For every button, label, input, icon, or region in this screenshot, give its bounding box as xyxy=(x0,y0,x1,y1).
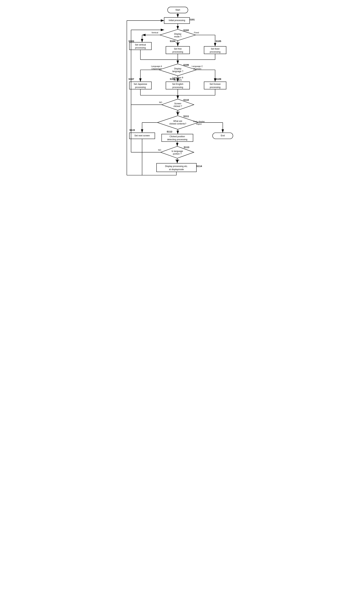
s111-step-label: S111 xyxy=(183,115,189,118)
s107-step-label: S107 xyxy=(129,78,134,80)
s106-text2: language ? xyxy=(172,70,183,73)
s102-text1: Display xyxy=(174,33,182,35)
s109-step-label: S109 xyxy=(216,78,221,80)
s103-text2: processing xyxy=(135,47,146,49)
s108-step-label: S108 xyxy=(170,78,176,80)
s113-no-label: NO xyxy=(158,149,161,151)
s101-text: Initial processing xyxy=(169,19,185,22)
s111-text2: clicked contents? xyxy=(169,123,186,125)
s105-text1: Set fixed xyxy=(211,48,220,50)
s108-text2: processing xyxy=(172,86,183,88)
s106-kr-label1: Language C xyxy=(192,65,203,67)
s106-text1: Display xyxy=(174,68,182,70)
s108-text1: Set English xyxy=(172,83,183,85)
s102-fixed-label: Fixed xyxy=(194,32,199,34)
s103-step-label: S103 xyxy=(129,40,134,43)
s110-step-label: S110 xyxy=(183,99,189,101)
s109-text1: Set Korean xyxy=(210,83,220,85)
s110-text1: Screen xyxy=(174,102,181,105)
s104-text2: processing xyxy=(172,51,183,53)
s115-step-label: S115 xyxy=(129,129,135,131)
s111-text1: What are xyxy=(173,120,182,122)
start-label: Start xyxy=(176,9,180,11)
s106-kr-label2: (Korean) xyxy=(193,68,201,70)
s104-step-label: S104 xyxy=(170,40,176,43)
s109-text2: processing xyxy=(210,86,220,88)
s105-step-label: S105 xyxy=(216,40,221,43)
s110-text2: clicked ? xyxy=(174,105,182,107)
s102-text2: mode ? xyxy=(174,35,181,38)
s106-ja-label2: (Japanese) xyxy=(151,68,162,70)
flowchart-container: Start S101 Initial processing S102 Displ… xyxy=(120,4,244,216)
s112-step-label: S112 xyxy=(167,130,172,133)
s114-text1: Display processing etc. xyxy=(165,165,188,167)
s101-step-label: S101 xyxy=(189,18,195,21)
s102-step-label: S102 xyxy=(183,29,189,32)
s113-text2: portion ? xyxy=(173,153,182,155)
s102-vertical-label: Vertical xyxy=(152,32,158,34)
s112-text2: detecting processing xyxy=(167,138,187,141)
end-label: End xyxy=(221,134,225,137)
s103-text1: Set vertical xyxy=(135,44,146,46)
s107-text1: Set Japanese xyxy=(134,83,147,85)
s110-no-label: NO xyxy=(159,101,162,103)
s114-text2: at displaymode xyxy=(169,168,184,171)
s104-text1: Set free xyxy=(174,48,182,50)
s106-ja-label1: Language A xyxy=(151,65,162,67)
s113-text1: Is language xyxy=(172,150,183,152)
s111-cmic-label2: region xyxy=(196,123,202,125)
s114-step-label: S114 xyxy=(196,165,202,167)
s111-cmic-label1: Cmic display xyxy=(193,120,205,123)
s107-text2: processing xyxy=(135,86,146,88)
s105-text2: processing xyxy=(210,51,220,53)
s112-text1: Clicked position xyxy=(169,135,185,138)
s113-step-label: S113 xyxy=(184,146,189,149)
s115-text: Set next screen xyxy=(135,134,150,137)
